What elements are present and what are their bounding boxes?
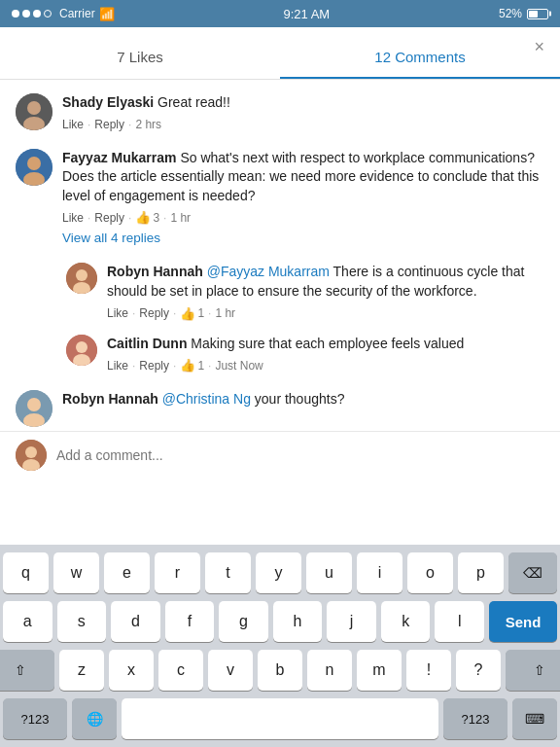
like-count: 👍 1 bbox=[180, 306, 204, 321]
key-r[interactable]: r bbox=[155, 552, 200, 593]
shift-key[interactable]: ⇧ bbox=[0, 650, 54, 691]
comment-text: Shady Elyaski Great read!! bbox=[62, 93, 544, 113]
key-t[interactable]: t bbox=[205, 552, 251, 593]
time-display: 9:21 AM bbox=[283, 7, 330, 21]
key-k[interactable]: k bbox=[381, 601, 431, 642]
svg-point-4 bbox=[27, 157, 41, 170]
key-w[interactable]: w bbox=[53, 552, 99, 593]
reply-button[interactable]: Reply bbox=[94, 118, 124, 131]
battery-icon bbox=[527, 9, 548, 19]
replies-container: Robyn Hannah @Fayyaz Mukarram There is a… bbox=[0, 253, 560, 376]
comment-actions: Like · Reply · 👍 3 · 1 hr bbox=[62, 210, 544, 225]
reply-button[interactable]: Reply bbox=[139, 359, 169, 373]
dot-1 bbox=[12, 10, 19, 18]
reply-author: Robyn Hannah bbox=[107, 264, 203, 279]
comment-item: Fayyaz Mukarram So what's next with resp… bbox=[0, 135, 560, 230]
key-s[interactable]: s bbox=[57, 601, 107, 642]
view-replies-button[interactable]: View all 4 replies bbox=[0, 229, 560, 253]
key-x[interactable]: x bbox=[109, 650, 154, 691]
current-user-avatar bbox=[16, 440, 47, 471]
key-c[interactable]: c bbox=[158, 650, 203, 691]
num-key-left[interactable]: ?123 bbox=[3, 698, 67, 739]
key-z[interactable]: z bbox=[59, 650, 104, 691]
comment-text: Caitlin Dunn Making sure that each emplo… bbox=[107, 335, 544, 354]
comment-body: Robyn Hannah @Christina Ng your thoughts… bbox=[62, 390, 544, 427]
signal-dots bbox=[12, 10, 52, 18]
dot-4 bbox=[44, 10, 52, 18]
key-j[interactable]: j bbox=[327, 601, 376, 642]
close-button[interactable]: × bbox=[534, 37, 544, 57]
reply-item: Robyn Hannah @Fayyaz Mukarram There is a… bbox=[51, 253, 560, 324]
tab-comments[interactable]: 12 Comments bbox=[280, 35, 560, 79]
comment-body: Fayyaz Mukarram So what's next with resp… bbox=[62, 149, 544, 226]
like-count: 👍 3 bbox=[135, 210, 159, 225]
keyboard-row-2: a s d f g h j k l Send bbox=[3, 601, 557, 642]
avatar bbox=[16, 390, 52, 427]
key-exclaim[interactable]: ! bbox=[406, 650, 451, 691]
send-button[interactable]: Send bbox=[489, 601, 557, 642]
key-y[interactable]: y bbox=[256, 552, 301, 593]
reply-message: Making sure that each employee feels val… bbox=[191, 336, 464, 351]
backspace-key[interactable]: ⌫ bbox=[508, 552, 557, 593]
num-key-right[interactable]: ?123 bbox=[443, 698, 508, 739]
on-screen-keyboard: q w e r t y u i o p ⌫ a s d f g h j k l … bbox=[0, 545, 560, 747]
dot-3 bbox=[33, 10, 41, 18]
likes-number: 1 bbox=[197, 359, 204, 373]
thumbs-up-icon: 👍 bbox=[135, 210, 151, 225]
key-v[interactable]: v bbox=[208, 650, 253, 691]
carrier-label: Carrier bbox=[59, 7, 95, 20]
tab-likes[interactable]: 7 Likes bbox=[0, 35, 280, 79]
shift-right-key[interactable]: ⇧ bbox=[506, 650, 560, 691]
key-f[interactable]: f bbox=[165, 601, 215, 642]
key-b[interactable]: b bbox=[258, 650, 302, 691]
key-q[interactable]: q bbox=[3, 552, 49, 593]
comment-actions: Like · Reply · 2 hrs bbox=[62, 118, 544, 131]
comments-list: Shady Elyaski Great read!! Like · Reply … bbox=[0, 80, 560, 475]
key-p[interactable]: p bbox=[458, 552, 504, 593]
globe-key[interactable]: 🌐 bbox=[72, 698, 117, 739]
comment-text: Fayyaz Mukarram So what's next with resp… bbox=[62, 149, 544, 206]
key-n[interactable]: n bbox=[307, 650, 352, 691]
space-key[interactable] bbox=[122, 698, 438, 739]
key-l[interactable]: l bbox=[435, 601, 484, 642]
key-e[interactable]: e bbox=[104, 552, 150, 593]
key-a[interactable]: a bbox=[3, 601, 52, 642]
keyboard-row-3: ⇧ z x c v b n m ! ? ⇧ bbox=[3, 650, 557, 691]
status-left: Carrier 📶 bbox=[12, 7, 115, 21]
svg-point-7 bbox=[76, 269, 88, 281]
key-i[interactable]: i bbox=[357, 552, 402, 593]
comment-author: Robyn Hannah bbox=[62, 391, 158, 407]
key-g[interactable]: g bbox=[219, 601, 268, 642]
comment-body: Robyn Hannah @Fayyaz Mukarram There is a… bbox=[107, 263, 544, 320]
key-d[interactable]: d bbox=[111, 601, 160, 642]
comment-message: Great read!! bbox=[158, 94, 230, 110]
like-button[interactable]: Like bbox=[107, 359, 128, 373]
key-question[interactable]: ? bbox=[456, 650, 501, 691]
keyboard-dismiss-key[interactable]: ⌨ bbox=[512, 698, 557, 739]
likes-number: 3 bbox=[153, 211, 159, 225]
like-button[interactable]: Like bbox=[62, 211, 84, 225]
comment-input-field[interactable] bbox=[56, 447, 544, 463]
comment-author: Fayyaz Mukarram bbox=[62, 150, 177, 165]
svg-point-1 bbox=[27, 101, 41, 115]
comment-body: Shady Elyaski Great read!! Like · Reply … bbox=[62, 93, 544, 131]
comment-text: Robyn Hannah @Christina Ng your thoughts… bbox=[62, 390, 544, 409]
status-bar: Carrier 📶 9:21 AM 52% bbox=[0, 0, 560, 27]
svg-point-10 bbox=[76, 341, 88, 353]
like-button[interactable]: Like bbox=[62, 118, 84, 131]
reply-button[interactable]: Reply bbox=[94, 211, 124, 225]
comment-mention: @Christina Ng bbox=[162, 391, 251, 407]
key-m[interactable]: m bbox=[357, 650, 402, 691]
thumbs-up-icon: 👍 bbox=[180, 306, 195, 321]
like-button[interactable]: Like bbox=[107, 306, 128, 320]
key-o[interactable]: o bbox=[407, 552, 453, 593]
reply-button[interactable]: Reply bbox=[139, 306, 169, 320]
key-u[interactable]: u bbox=[306, 552, 352, 593]
status-right: 52% bbox=[499, 7, 548, 20]
comment-item: Robyn Hannah @Christina Ng your thoughts… bbox=[0, 376, 560, 431]
svg-point-13 bbox=[27, 398, 41, 411]
reply-time: Just Now bbox=[215, 359, 262, 373]
comment-author: Shady Elyaski bbox=[62, 94, 154, 110]
reply-actions: Like · Reply · 👍 1 · Just Now bbox=[107, 358, 544, 373]
key-h[interactable]: h bbox=[273, 601, 323, 642]
